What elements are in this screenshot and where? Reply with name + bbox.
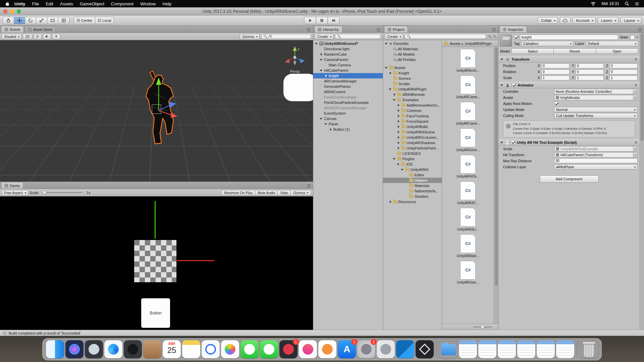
- layout-dropdown[interactable]: Layout: [621, 17, 641, 24]
- transform-rotation-x-field[interactable]: 0: [541, 69, 570, 74]
- menu-assets[interactable]: Assets: [57, 1, 76, 6]
- zoom-window-button[interactable]: [17, 9, 21, 13]
- account-dropdown[interactable]: Account: [573, 17, 596, 24]
- scene-effects-dropdown[interactable]: [52, 34, 60, 39]
- maximize-on-play-button[interactable]: Maximize On Play: [221, 190, 255, 195]
- minimize-window-button[interactable]: [10, 9, 14, 13]
- project-item-editor[interactable]: Editor: [383, 172, 442, 178]
- field-dropdown[interactable]: ARKitPlane: [554, 164, 638, 170]
- dock-facetime[interactable]: [260, 340, 278, 358]
- slider-knob[interactable]: [43, 191, 46, 194]
- hierarchy-item-unityarkitscene2[interactable]: UnityARKitScene2*: [313, 41, 383, 46]
- expander-icon[interactable]: [396, 109, 400, 113]
- transform-position-z-field[interactable]: 0: [609, 63, 638, 68]
- menu-window[interactable]: Window: [137, 1, 159, 6]
- tab-scene[interactable]: Scene: [1, 26, 24, 33]
- layer-dropdown[interactable]: Default: [586, 41, 638, 46]
- expander-icon[interactable]: [324, 122, 328, 126]
- dock-minimized-window-4[interactable]: [517, 340, 535, 358]
- inspector-scrollbar[interactable]: [640, 33, 644, 330]
- hierarchy-item-eventsystem[interactable]: EventSystem: [313, 111, 383, 116]
- pause-button[interactable]: [316, 17, 328, 24]
- expander-icon[interactable]: [396, 141, 400, 145]
- rotate-tool-button[interactable]: [25, 17, 36, 24]
- pivot-local-button[interactable]: Local: [95, 17, 114, 24]
- dock-trash[interactable]: [580, 340, 598, 358]
- transform-position-y-field[interactable]: 0: [576, 63, 604, 68]
- close-window-button[interactable]: [3, 9, 7, 13]
- static-checkbox[interactable]: [630, 35, 635, 40]
- game-viewport[interactable]: Button: [0, 196, 313, 330]
- project-item-shaders[interactable]: Shaders: [383, 194, 442, 199]
- menu-file[interactable]: File: [29, 1, 43, 6]
- hierarchy-item-arcameramanager[interactable]: ARCameraManager: [313, 78, 383, 84]
- field-object[interactable]: HitCubeParent (Transform): [554, 152, 638, 158]
- tab-hierarchy[interactable]: Hierarchy: [314, 26, 342, 33]
- panel-menu-icon[interactable]: [307, 184, 311, 187]
- project-item-knight[interactable]: Knight: [383, 70, 442, 76]
- gizmos-button[interactable]: Gizmos: [290, 190, 311, 195]
- hierarchy-item-knight[interactable]: knight: [313, 73, 383, 78]
- project-item-common[interactable]: Common: [383, 108, 442, 113]
- foldout-icon[interactable]: [500, 58, 503, 61]
- field-object[interactable]: None (Runtime Animator Controller): [554, 89, 638, 94]
- menu-edit[interactable]: Edit: [42, 1, 56, 6]
- rect-tool-button[interactable]: [47, 17, 58, 24]
- apple-menu-icon[interactable]: [5, 1, 10, 6]
- panel-menu-icon[interactable]: [638, 28, 642, 31]
- expander-icon[interactable]: [400, 168, 404, 172]
- tab-asset-store[interactable]: Asset Store: [24, 26, 56, 33]
- asset-zoom-slider[interactable]: [473, 326, 492, 327]
- menu-component[interactable]: Component: [108, 1, 137, 6]
- scene-orientation-gizmo[interactable]: y Persp: [285, 46, 305, 73]
- scene-search-input[interactable]: All: [261, 34, 311, 39]
- hierarchy-item-button-1[interactable]: Button (1): [313, 127, 383, 132]
- slider-knob[interactable]: [481, 325, 484, 329]
- menu-clock[interactable]: Mié 16:31: [601, 1, 619, 6]
- asset-unityaranch-0[interactable]: C#UnityARAnch...: [442, 49, 494, 72]
- project-item-ios[interactable]: iOS: [383, 162, 442, 167]
- play-button[interactable]: [304, 17, 316, 24]
- field-object[interactable]: UnityARHitTestExample: [554, 146, 638, 152]
- menu-unity[interactable]: Unity: [11, 1, 29, 6]
- expander-icon[interactable]: [396, 104, 400, 107]
- pan-tool-button[interactable]: [3, 17, 14, 24]
- project-item-unityarocclusion[interactable]: UnityAROcclusion...: [383, 135, 442, 140]
- script-component-header[interactable]: C# Unity AR Hit Test Example (Script): [498, 139, 640, 146]
- tab-project[interactable]: Project: [384, 26, 408, 33]
- expander-icon[interactable]: [315, 42, 318, 46]
- transform-rotation-y-field[interactable]: 0: [576, 69, 604, 74]
- gameobject-icon[interactable]: [500, 35, 512, 47]
- gizmos-dropdown[interactable]: Gizmos: [240, 34, 260, 39]
- hierarchy-item-cameraparent[interactable]: CameraParent: [313, 57, 383, 62]
- dock-minimized-window-5[interactable]: [537, 340, 555, 358]
- panel-menu-icon[interactable]: [492, 28, 496, 31]
- asset-unityarmatri-7[interactable]: C#UnityARMatri...: [442, 234, 494, 258]
- expander-icon[interactable]: [319, 53, 323, 56]
- hierarchy-item-generateplanes[interactable]: GeneratePlanes: [313, 84, 383, 89]
- model-open-button[interactable]: Open: [596, 48, 638, 54]
- asset-list-scrollbar[interactable]: [494, 47, 498, 324]
- asset-unityarkitc-5[interactable]: C#UnityARKitC...: [442, 181, 494, 205]
- layers-dropdown[interactable]: Layers: [598, 17, 619, 24]
- scrollbar-thumb[interactable]: [641, 34, 643, 141]
- component-enabled-checkbox[interactable]: [511, 140, 515, 144]
- field-dropdown[interactable]: Cull Update Transforms: [554, 113, 638, 118]
- scale-tool-button[interactable]: [36, 17, 47, 24]
- scene-audio-toggle[interactable]: [43, 34, 51, 39]
- field-dropdown[interactable]: Normal: [554, 107, 638, 112]
- asset-unityarhitte-4[interactable]: C#UnityARHitTe...: [442, 155, 494, 178]
- dock-safari[interactable]: [104, 340, 122, 358]
- project-item-examples[interactable]: Examples: [383, 97, 442, 103]
- tab-game[interactable]: Game: [1, 182, 23, 189]
- project-item-scripts[interactable]: Scripts: [383, 81, 442, 86]
- object-name-field[interactable]: knight: [520, 35, 618, 40]
- tab-inspector[interactable]: Inspector: [499, 26, 527, 33]
- add-component-button[interactable]: Add Component: [540, 175, 599, 183]
- project-item-arkitremote[interactable]: ARKitRemote: [383, 92, 442, 97]
- transform-position-x-field[interactable]: 0: [541, 63, 570, 68]
- perspective-label[interactable]: Persp: [290, 69, 300, 73]
- object-picker-icon[interactable]: [633, 153, 637, 157]
- menu-help[interactable]: Help: [159, 1, 175, 6]
- dock-launchpad[interactable]: [85, 340, 103, 358]
